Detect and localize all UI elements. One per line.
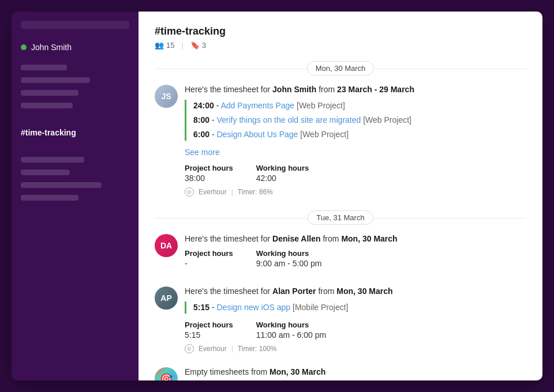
app-container: John Smith #time-tracking #time-tracking… xyxy=(12,12,542,380)
sidebar-skeleton-3 xyxy=(21,90,78,96)
denise-working-hours-value: 9:00 am - 5:00 pm xyxy=(256,259,322,268)
message-body-alan: Here's the timesheet for Alan Porter fro… xyxy=(185,287,526,353)
pins-count: 3 xyxy=(202,41,206,50)
message-body-john: Here's the timesheet for John Smith from… xyxy=(185,85,526,197)
everhour-icon: 🎯 xyxy=(160,372,173,380)
message-header-alan: Here's the timesheet for Alan Porter fro… xyxy=(185,287,526,296)
avatar-denise-initials: DA xyxy=(160,241,172,250)
period-prefix-denise: from xyxy=(323,234,341,243)
sidebar-skeleton-6 xyxy=(21,169,70,175)
empty-prefix: Empty timesheets from xyxy=(185,367,267,376)
timer-icon-alan: ⊙ xyxy=(185,344,194,353)
alan-project-hours-label: Project hours xyxy=(185,321,233,329)
denise-project-hours: Project hours - xyxy=(185,249,233,268)
john-timer-source: Everhour xyxy=(199,188,227,196)
alan-project-hours-value: 5:15 xyxy=(185,330,233,340)
see-more-link[interactable]: See more xyxy=(185,148,526,157)
avatar-alan-initials: AP xyxy=(160,293,171,303)
john-project-hours-label: Project hours xyxy=(185,164,233,172)
sidebar-skeleton-2 xyxy=(21,77,90,83)
denise-working-hours: Working hours 9:00 am - 5:00 pm xyxy=(256,249,322,268)
user-name: John Smith xyxy=(31,43,72,52)
john-timer-row: ⊙ Everhour | Timer: 86% xyxy=(185,187,526,197)
entry-john-1-time: 24:00 xyxy=(193,101,214,110)
members-icon: 👥 xyxy=(155,41,164,50)
sidebar-skeleton-4 xyxy=(21,103,73,108)
message-header-john: Here's the timesheet for John Smith from… xyxy=(185,85,526,94)
pins-icon: 🔖 xyxy=(190,41,200,50)
entry-john-3-project: [Web Project] xyxy=(300,130,349,139)
timer-icon-john: ⊙ xyxy=(185,187,194,197)
message-card-denise: DA Here's the timesheet for Denise Allen… xyxy=(155,234,526,273)
avatar-everhour: 🎯 xyxy=(155,367,178,380)
john-working-hours: Working hours 42:00 xyxy=(256,164,309,183)
empty-period: Mon, 30 March xyxy=(269,367,325,376)
alan-timer-source: Everhour xyxy=(199,345,227,353)
sidebar-skeleton-5 xyxy=(21,157,84,163)
message-body-empty: Empty timesheets from Mon, 30 March Andr… xyxy=(185,367,526,380)
sidebar-skeleton-8 xyxy=(21,195,78,201)
entry-john-1-link[interactable]: Add Payments Page xyxy=(220,101,294,110)
john-timer-pct: Timer: 86% xyxy=(238,188,273,196)
header-prefix-alan: Here's the timesheet for xyxy=(185,287,270,296)
message-body-denise: Here's the timesheet for Denise Allen fr… xyxy=(185,234,526,273)
alan-working-hours-label: Working hours xyxy=(256,321,326,329)
denise-project-hours-label: Project hours xyxy=(185,249,233,258)
sidebar: John Smith #time-tracking xyxy=(12,12,138,380)
channel-title: #time-tracking xyxy=(155,25,526,37)
user-status-dot xyxy=(21,44,27,50)
john-working-hours-value: 42:00 xyxy=(256,174,309,183)
meta-divider: | xyxy=(181,41,183,50)
members-meta: 👥 15 xyxy=(155,41,174,50)
entry-john-2: 8:00 - Verify things on the old site are… xyxy=(193,114,526,126)
john-entries: 24:00 - Add Payments Page [Web Project] … xyxy=(185,100,526,141)
alan-name: Alan Porter xyxy=(272,287,316,296)
message-card-john: JS Here's the timesheet for John Smith f… xyxy=(155,85,526,197)
sidebar-active-channel[interactable]: #time-tracking xyxy=(12,123,138,142)
denise-stats: Project hours - Working hours 9:00 am - … xyxy=(185,249,526,268)
alan-timer-row: ⊙ Everhour | Timer: 100% xyxy=(185,344,526,353)
alan-timer-pct: Timer: 100% xyxy=(238,345,277,353)
entry-john-3-link[interactable]: Design About Us Page xyxy=(216,130,298,139)
sidebar-skeleton-1 xyxy=(21,65,67,70)
entry-john-2-project: [Web Project] xyxy=(363,115,411,125)
john-stats: Project hours 38:00 Working hours 42:00 xyxy=(185,164,526,183)
empty-header: Empty timesheets from Mon, 30 March xyxy=(185,367,526,376)
john-working-hours-label: Working hours xyxy=(256,164,309,172)
period-prefix-john: from xyxy=(319,85,337,94)
alan-working-hours: Working hours 11:00 am - 6:00 pm xyxy=(256,321,326,340)
denise-name: Denise Allen xyxy=(272,234,321,243)
john-project-hours: Project hours 38:00 xyxy=(185,164,233,183)
alan-entries: 5:15 - Design new iOS app [Mobile Projec… xyxy=(185,301,526,314)
message-card-empty: 🎯 Empty timesheets from Mon, 30 March An… xyxy=(155,367,526,380)
entry-alan-1-time: 5:15 xyxy=(193,303,209,312)
sidebar-user[interactable]: John Smith xyxy=(12,38,138,61)
main-content: #time-tracking 👥 15 | 🔖 3 Mon, 30 March … xyxy=(138,12,542,380)
sidebar-topbar xyxy=(21,21,129,29)
alan-project-hours: Project hours 5:15 xyxy=(185,321,233,340)
entry-alan-1-project: [Mobile Project] xyxy=(293,303,348,312)
timer-divider-alan: | xyxy=(231,345,233,353)
period-prefix-alan: from xyxy=(318,287,336,296)
entry-john-1-project: [Web Project] xyxy=(297,101,345,110)
entry-john-3: 6:00 - Design About Us Page [Web Project… xyxy=(193,129,526,141)
john-project-hours-value: 38:00 xyxy=(185,174,233,183)
header-prefix-denise: Here's the timesheet for xyxy=(185,234,270,243)
channel-header: #time-tracking 👥 15 | 🔖 3 xyxy=(155,25,526,50)
pins-meta: 🔖 3 xyxy=(190,41,206,50)
message-card-alan: AP Here's the timesheet for Alan Porter … xyxy=(155,287,526,353)
entry-alan-1-link[interactable]: Design new iOS app xyxy=(216,303,290,312)
entry-john-2-time: 8:00 xyxy=(193,115,209,125)
message-header-denise: Here's the timesheet for Denise Allen fr… xyxy=(185,234,526,243)
entry-john-3-time: 6:00 xyxy=(193,130,209,139)
avatar-john: JS xyxy=(155,85,178,108)
channel-meta: 👥 15 | 🔖 3 xyxy=(155,41,526,50)
date-badge-tue: Tue, 31 March xyxy=(308,210,373,225)
sidebar-gap-2 xyxy=(12,142,138,153)
alan-working-hours-value: 11:00 am - 6:00 pm xyxy=(256,330,326,340)
timer-divider-john: | xyxy=(231,188,233,196)
sidebar-gap-1 xyxy=(12,112,138,123)
entry-john-2-link[interactable]: Verify things on the old site are migrat… xyxy=(216,115,361,125)
date-badge-row-tue: Tue, 31 March xyxy=(155,210,526,225)
entry-john-1: 24:00 - Add Payments Page [Web Project] xyxy=(193,100,526,112)
